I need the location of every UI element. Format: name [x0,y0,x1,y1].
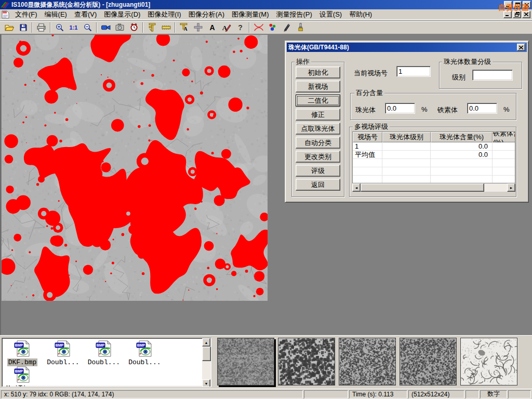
ruler-icon [162,24,171,31]
caliper-measure-button[interactable] [145,21,159,34]
toolbar-separator [96,22,97,33]
print-button[interactable] [34,21,48,34]
minimize-button[interactable] [504,1,512,8]
menu-file[interactable]: 文件(F) [11,9,41,20]
menu-image-display[interactable]: 图像显示(D) [100,9,144,20]
thumbnail-1[interactable] [217,338,274,385]
menu-view[interactable]: 查看(V) [71,9,100,20]
help-button[interactable]: ? [233,21,247,34]
pearlite-percent-label: 珠光体 [355,105,376,115]
dialog-title: 珠光体(GB/T9441-88) [288,43,349,52]
mdi-close-button[interactable] [522,11,530,18]
binarize-button[interactable]: 二值化 [296,95,340,107]
file-name[interactable]: DKF.bmp [7,358,38,366]
pearlite-percent-input[interactable] [385,103,415,114]
file-item[interactable]: Doubl... [125,340,164,366]
menu-image-analysis[interactable]: 图像分析(A) [185,9,228,20]
calibration-curve-button[interactable] [251,21,265,34]
scrollbar-track[interactable] [202,361,211,379]
edit-annotation-button[interactable]: A [219,21,233,34]
table-row[interactable]: 1 0.0 [353,142,515,151]
menu-settings[interactable]: 设置(S) [316,9,345,20]
file-name[interactable]: Doubl... [87,358,121,366]
maximize-button[interactable] [513,1,522,8]
scroll-up-button[interactable]: ▲ [202,338,210,347]
window-controls [503,1,531,8]
bmp-file-icon [95,340,113,357]
correct-button[interactable]: 修正 [296,109,340,121]
pick-pearlite-button[interactable]: 点取珠光体 [296,123,340,135]
dialog-close-button[interactable] [517,44,525,51]
auto-classify-button[interactable]: 自动分类 [296,137,340,149]
return-button[interactable]: 返回 [296,179,340,191]
file-name[interactable]: HuiTi... [5,384,39,387]
grid-measure-button[interactable] [191,21,205,34]
thumbnail-5[interactable] [460,338,517,385]
init-button[interactable]: 初始化 [296,66,340,78]
camera-capture-button[interactable] [113,21,127,34]
actual-size-button[interactable]: 1:1 [66,21,81,34]
change-class-button[interactable]: 更改类别 [296,151,340,163]
file-browser-scrollbar[interactable]: ▲ ▼ [202,338,211,387]
status-panel-empty [466,390,479,398]
rating-table[interactable]: 视场号 珠光体级别 珠光体含量(%) 铁素体含量(%) 1 0.0 平均值 0.… [352,131,515,183]
column-header[interactable]: 视场号 [353,132,382,142]
menu-image-processing[interactable]: 图像处理(I) [144,9,184,20]
column-header[interactable]: 珠光体含量(%) [431,132,493,142]
grade-level-input[interactable] [472,70,513,81]
application-window: IS100显微摄像系统(金相分析版) - [zhuguangti01] 自贡仪器… [0,0,532,399]
cell-ferrite-pct [493,142,515,151]
print-icon [37,23,46,32]
scrollbar-track[interactable] [484,183,507,192]
menu-image-measure[interactable]: 图像测量(M) [228,9,273,20]
toolbar-separator [32,22,33,33]
grade-button[interactable]: 评级 [296,165,340,177]
status-bar: x: 510 y: 79 idx: 0 RGB: (174, 174, 174)… [0,389,532,399]
file-name[interactable]: Doubl... [127,358,162,366]
file-name[interactable]: Doubl... [46,358,80,366]
table-row[interactable]: 平均值 0.0 [353,151,515,159]
grading-group-label: 珠光体数量分级 [442,58,493,65]
file-item[interactable]: Doubl... [85,340,123,366]
file-item[interactable]: HuiTi... [3,366,42,387]
table-horizontal-scrollbar[interactable]: ◄ ► [352,183,515,192]
ruler-measure-button[interactable] [159,21,173,34]
operations-group-label: 操作 [295,58,311,65]
dialog-title-bar[interactable]: 珠光体(GB/T9441-88) [287,43,527,52]
timer-button[interactable] [127,21,141,34]
ferrite-percent-input[interactable] [467,103,497,114]
pen-tool-button[interactable] [280,21,294,34]
document-icon[interactable]: DOC [2,10,9,19]
column-header[interactable]: 珠光体级别 [382,132,431,142]
phase-analysis-button[interactable] [265,21,280,34]
scroll-down-button[interactable]: ▼ [202,379,210,387]
text-annotation-button[interactable]: A [205,21,219,34]
file-browser[interactable]: DKF.bmp Doubl... Doubl... Doubl... HuiTi… [2,338,211,387]
menu-help[interactable]: 帮助(H) [345,9,376,20]
column-header[interactable]: 铁素体含量(%) [493,132,515,142]
file-item[interactable]: DKF.bmp [3,340,42,366]
text-measure-button[interactable]: A [177,21,191,34]
scrollbar-thumb[interactable] [202,347,211,361]
thumbnail-3[interactable] [339,338,396,385]
zoom-out-button[interactable] [81,21,95,34]
scrollbar-thumb[interactable] [361,183,484,192]
micrograph-image[interactable] [2,35,268,301]
mdi-restore-button[interactable] [513,11,521,18]
current-field-input[interactable] [396,66,431,77]
new-field-button[interactable]: 新视场 [296,81,340,92]
zoom-in-button[interactable] [52,21,66,34]
file-item[interactable]: Doubl... [44,340,82,366]
mdi-minimize-button[interactable] [503,11,512,18]
scroll-left-button[interactable]: ◄ [352,183,361,192]
menu-measure-report[interactable]: 测量报告(P) [272,9,315,20]
thumbnail-2[interactable] [278,338,335,385]
close-button[interactable] [523,1,531,8]
save-button[interactable] [16,21,30,34]
menu-edit[interactable]: 编辑(E) [41,9,71,20]
video-capture-button[interactable] [99,21,113,34]
scroll-right-button[interactable]: ► [507,183,515,192]
open-button[interactable] [2,21,16,34]
thumbnail-4[interactable] [400,338,457,385]
brush-tool-button[interactable] [294,21,308,34]
